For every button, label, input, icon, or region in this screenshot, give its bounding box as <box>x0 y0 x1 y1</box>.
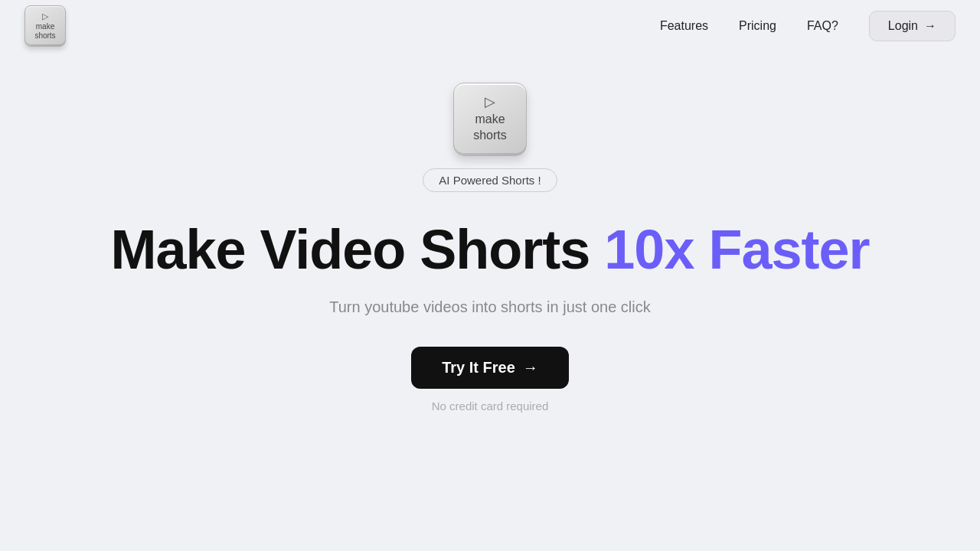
login-label: Login <box>888 19 918 33</box>
nav-pricing[interactable]: Pricing <box>739 19 776 33</box>
logo[interactable]: make shorts <box>24 5 66 47</box>
subtitle: Turn youtube videos into shorts in just … <box>329 298 650 316</box>
headline-accent: 10x Faster <box>604 219 869 280</box>
cta-label: Try It Free <box>442 359 515 377</box>
headline: Make Video Shorts 10x Faster <box>110 220 869 280</box>
logo-key-text: make shorts <box>30 22 60 41</box>
ai-powered-badge: AI Powered Shorts ! <box>423 168 557 192</box>
cta-arrow: → <box>523 359 538 377</box>
badge-text: AI Powered Shorts ! <box>439 174 541 187</box>
hero-section: make shorts AI Powered Shorts ! Make Vid… <box>0 52 980 412</box>
logo-key-icon: make shorts <box>24 5 66 47</box>
headline-part1: Make Video Shorts <box>110 219 604 280</box>
nav-features[interactable]: Features <box>660 19 708 33</box>
login-button[interactable]: Login → <box>869 11 956 41</box>
nav-links: Features Pricing FAQ? Login → <box>660 11 956 41</box>
hero-icon-text: make shorts <box>462 112 518 144</box>
no-credit-card-text: No credit card required <box>432 399 549 412</box>
navbar: make shorts Features Pricing FAQ? Login … <box>0 0 980 52</box>
hero-icon: make shorts <box>453 83 527 156</box>
login-arrow: → <box>924 19 936 33</box>
try-it-free-button[interactable]: Try It Free → <box>411 347 569 389</box>
nav-faq[interactable]: FAQ? <box>807 19 838 33</box>
